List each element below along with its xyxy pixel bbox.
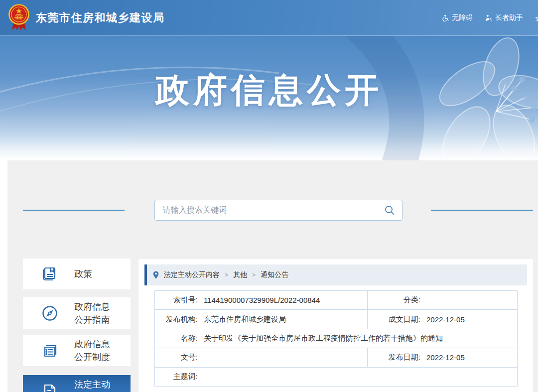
favorite-link[interactable]: 收 (535, 13, 538, 22)
sidebar-item-disclosure-rules[interactable]: 政府信息公开制度 (23, 335, 131, 366)
field-label: 分类: (368, 295, 420, 305)
elder-assist-link[interactable]: 长者助手 (485, 13, 523, 22)
breadcrumb-separator: > (225, 271, 228, 278)
sidebar-item-label: 政策 (74, 267, 114, 280)
sidebar-item-label: 政府信息公开指南 (74, 300, 114, 326)
star-icon (535, 14, 538, 22)
title-cell: 名称: 关于印发《关于加强全市房屋市政工程疫情防控工作的若干措施》的通知 (155, 329, 517, 348)
breadcrumb: 法定主动公开内容 > 其他 > 通知公告 (144, 264, 527, 285)
decorative-line-right (431, 210, 533, 211)
field-value: 东莞市住房和城乡建设局 (204, 315, 286, 324)
sidebar-item-label: 法定主动公开内容 (74, 378, 114, 392)
table-row: 文号: 发布日期: 2022-12-05 (155, 348, 517, 367)
publish-date-cell: 发布日期: 2022-12-05 (368, 348, 517, 367)
field-label: 文号: (155, 353, 198, 362)
field-label: 索引号: (155, 295, 198, 305)
index-number-cell: 索引号: 11441900007329909L/2022-00844 (155, 291, 368, 309)
search-box (154, 200, 403, 221)
accessibility-label: 无障碍 (452, 13, 473, 22)
location-pin-icon (153, 271, 159, 279)
national-emblem-icon (8, 3, 30, 31)
field-label: 成文日期: (368, 315, 420, 324)
field-label: 主题词: (155, 372, 198, 382)
table-row: 发布机构: 东莞市住房和城乡建设局 成文日期: 2022-12-05 (155, 310, 517, 329)
page-title: 政府信息公开 (0, 68, 538, 113)
divider (64, 266, 64, 281)
issuing-agency-cell: 发布机构: 东莞市住房和城乡建设局 (155, 310, 368, 328)
field-label: 发布机构: (155, 315, 198, 324)
category-cell: 分类: (368, 291, 517, 309)
field-label: 发布日期: (368, 353, 420, 362)
header: 东莞市住房和城乡建设局 无障碍 长者助手 (0, 0, 538, 36)
field-value: 11441900007329909L/2022-00844 (204, 296, 320, 304)
breadcrumb-item-statutory[interactable]: 法定主动公开内容 (164, 270, 220, 279)
rules-list-icon (41, 342, 59, 360)
policy-book-icon (41, 265, 59, 283)
sidebar-item-disclosure-guide[interactable]: 政府信息公开指南 (23, 297, 131, 329)
field-value: 2022-12-05 (426, 353, 465, 362)
search-icon[interactable] (384, 205, 395, 216)
elder-icon (485, 14, 492, 22)
table-row: 名称: 关于印发《关于加强全市房屋市政工程疫情防控工作的若干措施》的通知 (155, 329, 517, 348)
divider (64, 306, 64, 321)
sidebar-item-label: 政府信息公开制度 (74, 338, 114, 364)
breadcrumb-item-notices[interactable]: 通知公告 (261, 270, 288, 279)
sidebar-item-policy[interactable]: 政策 (23, 259, 131, 289)
document-info-table: 索引号: 11441900007329909L/2022-00844 分类: 发… (154, 290, 518, 387)
divider (64, 384, 64, 392)
field-value: 2022-12-05 (426, 315, 465, 324)
accessibility-link[interactable]: 无障碍 (441, 13, 473, 22)
site-title[interactable]: 东莞市住房和城乡建设局 (36, 0, 165, 36)
sidebar-item-statutory-disclosure[interactable]: 法定主动公开内容 (23, 375, 131, 392)
breadcrumb-item-other[interactable]: 其他 (233, 270, 247, 279)
banner: 政府信息公开 (0, 36, 538, 160)
search-input[interactable] (162, 205, 384, 215)
elder-assist-label: 长者助手 (495, 13, 523, 22)
decorative-line-left (23, 210, 125, 211)
field-label: 名称: (155, 334, 198, 343)
page: 东莞市住房和城乡建设局 无障碍 长者助手 (0, 0, 538, 392)
keywords-cell: 主题词: (155, 368, 517, 386)
document-icon (41, 382, 59, 392)
header-links: 无障碍 长者助手 收 (441, 0, 538, 36)
divider (64, 343, 64, 358)
table-row: 索引号: 11441900007329909L/2022-00844 分类: (155, 291, 517, 310)
field-value: 关于印发《关于加强全市房屋市政工程疫情防控工作的若干措施》的通知 (204, 334, 443, 343)
document-number-cell: 文号: (155, 348, 368, 367)
breadcrumb-separator: > (252, 271, 256, 278)
issue-date-cell: 成文日期: 2022-12-05 (368, 310, 517, 328)
compass-icon (41, 304, 59, 322)
wheelchair-icon (441, 14, 449, 22)
table-row: 主题词: (155, 368, 517, 386)
